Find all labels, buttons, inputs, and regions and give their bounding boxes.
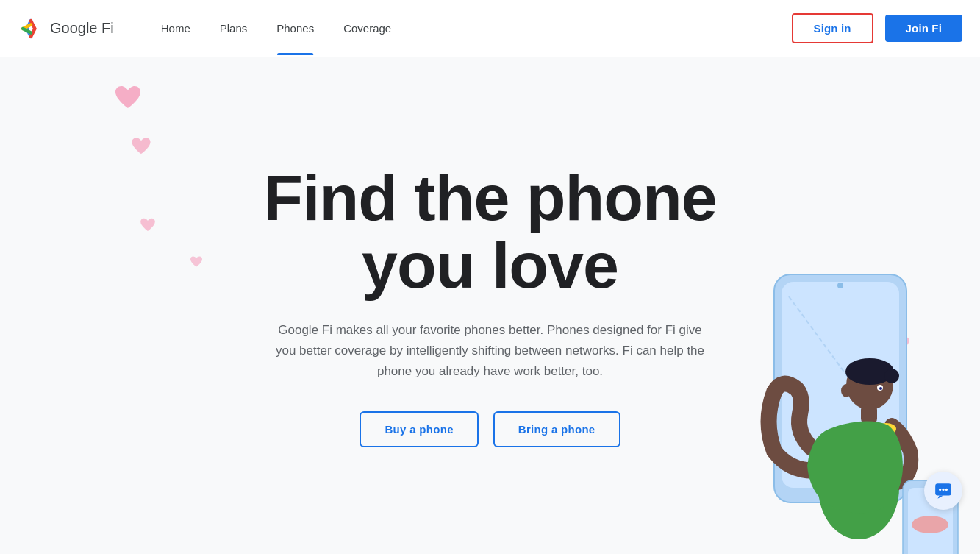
- hero-section: Find the phone you love Google Fi makes …: [0, 57, 980, 554]
- heart-decor-2: [131, 137, 151, 156]
- bring-phone-button[interactable]: Bring a phone: [493, 411, 620, 447]
- svg-point-7: [884, 369, 899, 383]
- nav-coverage[interactable]: Coverage: [332, 16, 403, 40]
- logo-area[interactable]: Google Fi: [18, 15, 114, 42]
- buy-phone-button[interactable]: Buy a phone: [360, 411, 478, 447]
- brand-name: Google Fi: [50, 20, 114, 37]
- heart-decor-4: [190, 256, 203, 268]
- nav-links: Home Plans Phones Coverage: [149, 16, 792, 40]
- svg-point-18: [942, 489, 944, 491]
- hero-buttons: Buy a phone Bring a phone: [360, 411, 620, 447]
- google-fi-logo-icon: [18, 15, 44, 42]
- heart-decor-1: [114, 85, 142, 110]
- nav-actions: Sign in Join Fi: [792, 13, 962, 43]
- nav-phones[interactable]: Phones: [265, 16, 326, 40]
- hero-subtitle: Google Fi makes all your favorite phones…: [270, 320, 711, 382]
- join-fi-button[interactable]: Join Fi: [885, 15, 962, 42]
- svg-point-15: [912, 516, 948, 533]
- svg-point-9: [879, 387, 882, 390]
- svg-point-3: [837, 283, 843, 288]
- nav-plans[interactable]: Plans: [208, 16, 260, 40]
- navbar: Google Fi Home Plans Phones Coverage Sig…: [0, 0, 980, 57]
- svg-point-19: [945, 489, 948, 491]
- svg-point-10: [841, 384, 851, 397]
- heart-decor-3: [140, 218, 156, 232]
- nav-home[interactable]: Home: [149, 16, 202, 40]
- chat-icon: [934, 481, 953, 500]
- hero-illustration: [715, 260, 980, 554]
- sign-in-button[interactable]: Sign in: [792, 13, 873, 43]
- hero-title: Find the phone you love: [263, 164, 717, 300]
- svg-point-17: [939, 489, 941, 491]
- chat-support-button[interactable]: [924, 472, 962, 510]
